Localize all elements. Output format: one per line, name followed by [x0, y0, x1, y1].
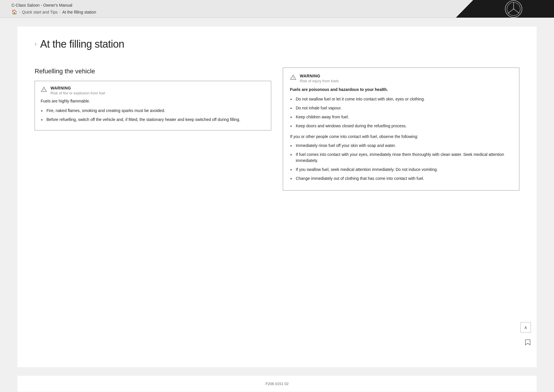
- list-item-text: Do not swallow fuel or let it come into …: [296, 96, 425, 102]
- breadcrumb: 🏠 › Quick start and Tips › At the fillin…: [12, 9, 96, 15]
- right-warning-title: WARNING: [300, 74, 339, 78]
- right-warning-list-group1: ► Do not swallow fuel or let it come int…: [290, 96, 512, 129]
- bullet-arrow-icon: ►: [290, 97, 293, 101]
- separator-1: ›: [19, 10, 20, 14]
- left-warning-intro: Fuels are highly flammable.: [41, 98, 265, 104]
- scroll-up-button[interactable]: ∧: [521, 322, 531, 333]
- header-logo-area: [456, 0, 554, 18]
- list-item: ► Fire, naked flames, smoking and creati…: [41, 108, 265, 114]
- logo-background: [456, 0, 554, 18]
- breadcrumb-link-quickstart[interactable]: Quick start and Tips: [22, 10, 58, 14]
- left-warning-header: ! WARNING Risk of fire or explosion from…: [41, 86, 265, 95]
- svg-line-3: [514, 9, 519, 13]
- svg-text:!: !: [293, 76, 293, 80]
- right-warning-title-block: WARNING Risk of injury from fuels: [300, 74, 339, 83]
- left-warning-title: WARNING: [50, 86, 105, 90]
- left-warning-subtitle: Risk of fire or explosion from fuel: [50, 91, 105, 95]
- left-warning-title-block: WARNING Risk of fire or explosion from f…: [50, 86, 105, 95]
- page-title-area: ‹ At the filling station: [35, 38, 519, 53]
- svg-point-4: [513, 8, 514, 10]
- svg-text:!: !: [43, 89, 44, 92]
- list-item-text: If you swallow fuel, seek medical attent…: [296, 167, 438, 173]
- list-item: ► Do not inhale fuel vapour.: [290, 105, 512, 111]
- breadcrumb-current: At the filling station: [62, 10, 96, 14]
- doc-reference: F206 0151 02: [17, 376, 537, 392]
- list-item: ► If fuel comes into contact with your e…: [290, 152, 512, 164]
- list-item-text: Change immediately out of clothing that …: [296, 176, 424, 182]
- bullet-arrow-icon: ►: [290, 115, 293, 119]
- bullet-arrow-icon: ►: [290, 143, 293, 148]
- bookmark-icon[interactable]: [525, 339, 531, 347]
- right-column: ! WARNING Risk of injury from fuels Fuel…: [283, 68, 519, 191]
- list-item-text: Fire, naked flames, smoking and creating…: [46, 108, 165, 114]
- bullet-arrow-icon: ►: [41, 117, 44, 122]
- list-item: ► Immediately rinse fuel off your skin w…: [290, 143, 512, 149]
- right-warning-subtitle: Risk of injury from fuels: [300, 79, 339, 83]
- header: C-Class Saloon - Owner's Manual 🏠 › Quic…: [0, 0, 554, 18]
- bullet-arrow-icon: ►: [290, 167, 293, 172]
- right-warning-intro: Fuels are poisonous and hazardous to you…: [290, 87, 512, 93]
- contact-intro: If you or other people come into contact…: [290, 134, 512, 140]
- mercedes-logo: [505, 0, 522, 18]
- right-warning-list-group2: ► Immediately rinse fuel off your skin w…: [290, 143, 512, 182]
- list-item: ► If you swallow fuel, seek medical atte…: [290, 167, 512, 173]
- bullet-arrow-icon: ►: [290, 176, 293, 181]
- mercedes-star-icon: [506, 2, 521, 16]
- left-column: Refuelling the vehicle ! WARNING Risk of…: [35, 68, 271, 136]
- bookmark-svg-icon: [525, 339, 531, 346]
- home-icon[interactable]: 🏠: [12, 9, 17, 15]
- list-item-text: Keep doors and windows closed during the…: [296, 123, 407, 129]
- svg-marker-9: [525, 340, 530, 345]
- main-content: ‹ At the filling station Refuelling the …: [17, 27, 537, 367]
- manual-title: C-Class Saloon - Owner's Manual: [12, 3, 96, 8]
- list-item-text: Do not inhale fuel vapour.: [296, 105, 342, 111]
- list-item-text: Before refuelling, switch off the vehicl…: [46, 117, 240, 123]
- right-warning-triangle-icon: !: [290, 74, 296, 81]
- left-warning-box: ! WARNING Risk of fire or explosion from…: [35, 81, 271, 130]
- content-columns: Refuelling the vehicle ! WARNING Risk of…: [35, 68, 519, 191]
- right-warning-header: ! WARNING Risk of injury from fuels: [290, 74, 512, 83]
- page-title: At the filling station: [40, 38, 124, 50]
- left-warning-triangle-icon: !: [41, 86, 47, 93]
- svg-line-2: [508, 9, 514, 13]
- separator-2: ›: [59, 10, 61, 14]
- back-chevron-icon[interactable]: ‹: [35, 40, 37, 48]
- doc-reference-text: F206 0151 02: [265, 382, 289, 386]
- left-warning-list: ► Fire, naked flames, smoking and creati…: [41, 108, 265, 123]
- bullet-arrow-icon: ►: [290, 124, 293, 128]
- section-heading-refuelling: Refuelling the vehicle: [35, 68, 271, 75]
- list-item: ► Change immediately out of clothing tha…: [290, 176, 512, 182]
- list-item-text: Keep children away from fuel.: [296, 114, 349, 120]
- list-item: ► Do not swallow fuel or let it come int…: [290, 96, 512, 102]
- list-item: ► Keep doors and windows closed during t…: [290, 123, 512, 129]
- bullet-arrow-icon: ►: [290, 152, 293, 157]
- list-item: ► Before refuelling, switch off the vehi…: [41, 117, 265, 123]
- chevron-up-icon: ∧: [524, 325, 527, 330]
- bullet-arrow-icon: ►: [41, 109, 44, 113]
- right-warning-box: ! WARNING Risk of injury from fuels Fuel…: [283, 68, 519, 191]
- list-item-text: If fuel comes into contact with your eye…: [296, 152, 512, 164]
- list-item-text: Immediately rinse fuel off your skin wit…: [296, 143, 396, 149]
- header-left: C-Class Saloon - Owner's Manual 🏠 › Quic…: [12, 3, 96, 15]
- bullet-arrow-icon: ►: [290, 106, 293, 110]
- list-item: ► Keep children away from fuel.: [290, 114, 512, 120]
